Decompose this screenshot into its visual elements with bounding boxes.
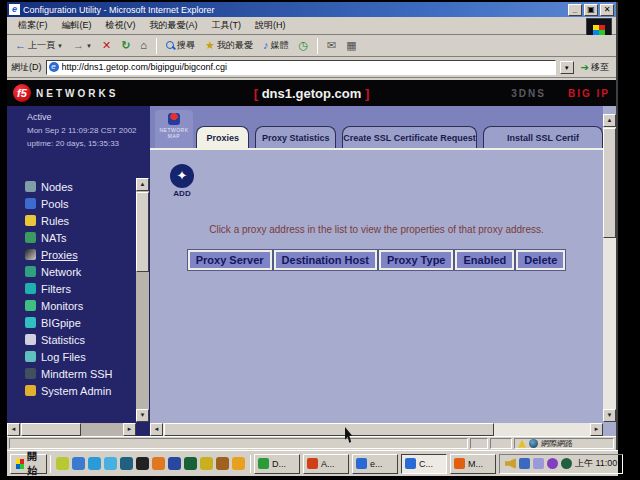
back-dropdown-icon[interactable]: ▼: [57, 43, 63, 49]
tray-icon[interactable]: [519, 458, 530, 469]
media-button[interactable]: ♪ 媒體: [259, 37, 293, 54]
menu-edit[interactable]: 編輯(E): [55, 17, 99, 34]
sidebar-item-rules[interactable]: Rules: [25, 212, 134, 229]
scroll-right-icon[interactable]: ►: [590, 423, 603, 436]
menu-file[interactable]: 檔案(F): [11, 17, 55, 34]
add-proxy-control[interactable]: ✦ ADD: [168, 164, 196, 198]
sidebar: Active Mon Sep 2 11:09:28 CST 2002 uptim…: [7, 106, 150, 436]
tray-icon[interactable]: [533, 458, 544, 469]
app-icon: [454, 458, 465, 469]
history-button[interactable]: ◷: [294, 38, 312, 53]
sidebar-item-nats[interactable]: NATs: [25, 229, 134, 246]
refresh-button[interactable]: ↻: [117, 38, 134, 53]
address-dropdown-icon[interactable]: ▼: [560, 61, 574, 74]
sidebar-item-bigpipe[interactable]: BIGpipe: [25, 314, 134, 331]
sidebar-item-proxies[interactable]: Proxies: [25, 246, 134, 263]
tray-icon[interactable]: [547, 458, 558, 469]
taskbar-divider: [250, 455, 251, 473]
sidebar-item-nodes[interactable]: Nodes: [25, 178, 134, 195]
monitors-icon: [25, 300, 36, 311]
main-vertical-scrollbar[interactable]: ▲ ▼: [603, 114, 616, 422]
sidebar-item-statistics[interactable]: Statistics: [25, 331, 134, 348]
f5-header: f5 NETWORKS [ dns1.getop.com ] 3DNS BIG …: [7, 80, 616, 106]
back-button[interactable]: ← 上一頁 ▼: [11, 37, 67, 54]
sidebar-item-filters[interactable]: Filters: [25, 280, 134, 297]
task-button-configuration-utility[interactable]: C...: [401, 454, 447, 474]
quick-launch-icon[interactable]: [184, 457, 197, 470]
scroll-left-icon[interactable]: ◄: [7, 423, 20, 436]
quick-launch-icon[interactable]: [152, 457, 165, 470]
quick-launch-icon[interactable]: [200, 457, 213, 470]
tab-create-ssl-certificate-request[interactable]: Create SSL Certificate Request: [342, 126, 477, 148]
quick-launch-icon[interactable]: [232, 457, 245, 470]
sidebar-item-log-files[interactable]: Log Files: [25, 348, 134, 365]
tab-proxies[interactable]: Proxies: [196, 126, 249, 148]
task-button-2[interactable]: A...: [303, 454, 349, 474]
home-button[interactable]: ⌂: [136, 38, 151, 53]
tab-network-map[interactable]: NETWORK MAP: [155, 110, 193, 148]
sidebar-vertical-scrollbar[interactable]: ▲ ▼: [136, 178, 149, 422]
scroll-up-icon[interactable]: ▲: [603, 114, 616, 127]
sidebar-horizontal-scrollbar[interactable]: ◄ ►: [7, 423, 136, 436]
quick-launch-icon[interactable]: [136, 457, 149, 470]
sidebar-item-mindterm-ssh[interactable]: Mindterm SSH: [25, 365, 134, 382]
close-button[interactable]: ✕: [600, 4, 614, 16]
stop-icon: ✕: [102, 40, 111, 51]
scroll-left-icon[interactable]: ◄: [150, 423, 163, 436]
add-icon[interactable]: ✦: [170, 164, 194, 188]
go-button[interactable]: ➔ 移至: [578, 61, 612, 74]
scroll-down-icon[interactable]: ▼: [136, 409, 149, 422]
address-combo[interactable]: e http://dns1.getop.com/bigipgui/bigconf…: [46, 60, 556, 75]
security-zone-panel: 網際網路: [514, 438, 614, 449]
sidebar-item-network[interactable]: Network: [25, 263, 134, 280]
quick-launch-icon[interactable]: [88, 457, 101, 470]
scroll-right-icon[interactable]: ►: [123, 423, 136, 436]
maximize-button[interactable]: ▣: [584, 4, 598, 16]
sidebar-nav: Nodes Pools Rules NATs Proxies Network F…: [25, 178, 134, 399]
speaker-icon[interactable]: [505, 458, 516, 469]
scrollbar-thumb[interactable]: [21, 423, 81, 436]
start-button[interactable]: 開始: [10, 454, 47, 474]
quick-launch-icon[interactable]: [120, 457, 133, 470]
scroll-down-icon[interactable]: ▼: [603, 409, 616, 422]
print-button[interactable]: ▦: [342, 38, 360, 53]
proxies-panel: ✦ ADD Click a proxy address in the list …: [150, 152, 603, 423]
toolbar-divider: [156, 38, 157, 54]
sidebar-item-system-admin[interactable]: System Admin: [25, 382, 134, 399]
main-horizontal-scrollbar[interactable]: ◄ ►: [150, 423, 603, 436]
scrollbar-thumb[interactable]: [136, 192, 149, 272]
tab-proxy-statistics[interactable]: Proxy Statistics: [255, 126, 336, 148]
menu-help[interactable]: 說明(H): [248, 17, 293, 34]
search-button[interactable]: 搜尋: [162, 37, 199, 54]
stop-button[interactable]: ✕: [98, 38, 115, 53]
menu-view[interactable]: 檢視(V): [99, 17, 143, 34]
forward-button[interactable]: → ▼: [69, 38, 96, 53]
frameset: Active Mon Sep 2 11:09:28 CST 2002 uptim…: [7, 106, 616, 436]
favorites-button[interactable]: ★ 我的最愛: [201, 37, 257, 54]
menu-tools[interactable]: 工具(T): [205, 17, 249, 34]
system-admin-icon: [25, 385, 36, 396]
scroll-up-icon[interactable]: ▲: [136, 178, 149, 191]
sidebar-item-monitors[interactable]: Monitors: [25, 297, 134, 314]
task-button-5[interactable]: M...: [450, 454, 496, 474]
quick-launch-icon[interactable]: [56, 457, 69, 470]
tab-install-ssl-certificate[interactable]: Install SSL Certif: [483, 126, 603, 148]
ie-app-icon: [405, 458, 416, 469]
forward-dropdown-icon[interactable]: ▼: [86, 43, 92, 49]
scrollbar-thumb[interactable]: [164, 423, 494, 436]
task-button-3[interactable]: e...: [352, 454, 398, 474]
sidebar-item-pools[interactable]: Pools: [25, 195, 134, 212]
quick-launch-icon[interactable]: [168, 457, 181, 470]
minimize-button[interactable]: _: [568, 4, 582, 16]
column-destination-host: Destination Host: [274, 250, 377, 270]
menu-favorites[interactable]: 我的最愛(A): [143, 17, 205, 34]
mindterm-ssh-icon: [25, 368, 36, 379]
scrollbar-thumb[interactable]: [603, 128, 616, 238]
address-url[interactable]: http://dns1.getop.com/bigipgui/bigconf.c…: [62, 62, 553, 72]
quick-launch-icon[interactable]: [104, 457, 117, 470]
tray-icon[interactable]: [561, 458, 572, 469]
task-button-1[interactable]: D...: [254, 454, 300, 474]
mail-button[interactable]: ✉: [323, 38, 340, 53]
quick-launch-icon[interactable]: [72, 457, 85, 470]
quick-launch-icon[interactable]: [216, 457, 229, 470]
